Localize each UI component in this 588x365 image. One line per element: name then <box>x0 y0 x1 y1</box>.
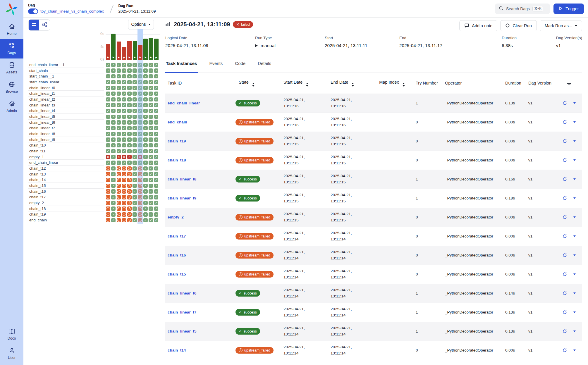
task-instance-cell-success[interactable]: ✓ <box>106 161 110 165</box>
task-instance-cell-success[interactable]: ✓ <box>138 149 142 154</box>
task-instance-cell-success[interactable]: ✓ <box>122 86 126 90</box>
task-instance-cell-success[interactable]: ✓ <box>117 109 121 113</box>
task-instance-cell-success[interactable]: ✓ <box>143 218 148 223</box>
task-instance-cell-success[interactable]: ✓ <box>117 132 121 136</box>
task-instance-cell-upstream[interactable]: ↑ <box>117 206 121 211</box>
mark-run-as-button[interactable]: Mark Run as... <box>540 20 582 31</box>
task-instance-cell-success[interactable]: ✓ <box>127 143 132 148</box>
row-menu-caret-icon[interactable] <box>573 311 576 313</box>
task-instance-cell-success[interactable]: ✓ <box>149 103 153 107</box>
sort-icon[interactable] <box>403 83 405 87</box>
tab-events[interactable]: Events <box>209 59 223 73</box>
task-id-link[interactable]: chain_linear_t8 <box>168 177 196 181</box>
task-instance-cell-success[interactable]: ✓ <box>133 68 137 73</box>
task-instance-cell-success[interactable]: ✓ <box>143 201 148 205</box>
task-instance-cell-success[interactable]: ✓ <box>111 206 116 211</box>
task-instance-cell-upstream[interactable]: ↑ <box>127 172 132 176</box>
dag-pause-toggle[interactable] <box>28 8 38 14</box>
task-instance-cell-upstream[interactable]: ↑ <box>106 195 110 199</box>
task-instance-cell-failed[interactable]: ✕ <box>138 155 142 159</box>
task-name-label[interactable]: chain_t19 <box>28 211 104 217</box>
clear-task-icon[interactable] <box>563 215 567 219</box>
task-instance-cell-upstream[interactable]: ↑ <box>106 206 110 211</box>
task-id-link[interactable]: chain_t16 <box>168 253 186 257</box>
task-name-label[interactable]: chain_linear_t6 <box>28 120 104 125</box>
task-instance-cell-failed[interactable]: ✕ <box>106 155 110 159</box>
task-instance-cell-success[interactable]: ✓ <box>138 80 142 85</box>
task-instance-cell-success[interactable]: ✓ <box>149 218 153 223</box>
row-menu-caret-icon[interactable] <box>573 273 576 275</box>
task-instance-cell-success[interactable]: ✓ <box>149 132 153 136</box>
task-instance-cell-success[interactable]: ✓ <box>127 161 132 165</box>
task-instance-cell-success[interactable]: ✓ <box>133 155 137 159</box>
task-instance-cell-success[interactable]: ✓ <box>106 97 110 102</box>
clear-task-icon[interactable] <box>563 139 567 143</box>
task-instance-cell-success[interactable]: ✓ <box>133 115 137 119</box>
task-instance-cell-success[interactable]: ✓ <box>122 68 126 73</box>
task-instance-cell-success[interactable]: ✓ <box>133 212 137 217</box>
task-instance-cell-success[interactable]: ✓ <box>143 166 148 171</box>
task-instance-cell-success[interactable]: ✓ <box>143 161 148 165</box>
task-instance-cell-success[interactable]: ✓ <box>149 63 153 67</box>
task-instance-cell-success[interactable]: ✓ <box>154 184 159 188</box>
task-instance-cell-success[interactable]: ✓ <box>127 97 132 102</box>
task-instance-cell-upstream[interactable]: ↑ <box>127 206 132 211</box>
task-instance-cell-success[interactable]: ✓ <box>149 212 153 217</box>
task-instance-cell-upstream[interactable]: ↑ <box>127 201 132 205</box>
task-instance-cell-success[interactable]: ✓ <box>154 149 159 154</box>
task-name-label[interactable]: chain_t13 <box>28 171 104 177</box>
task-name-label[interactable]: chain_t10 <box>28 142 104 148</box>
task-instance-cell-success[interactable]: ✓ <box>111 63 116 67</box>
task-instance-cell-success[interactable]: ✓ <box>133 97 137 102</box>
task-name-label[interactable]: chain_linear_t7 <box>28 125 104 131</box>
sidebar-item-docs[interactable]: Docs <box>0 325 23 344</box>
clear-task-icon[interactable] <box>563 253 567 257</box>
task-instance-cell-success[interactable]: ✓ <box>143 86 148 90</box>
clear-task-icon[interactable] <box>563 101 567 105</box>
task-instance-cell-success[interactable]: ✓ <box>149 161 153 165</box>
task-instance-cell-success[interactable]: ✓ <box>143 132 148 136</box>
task-id-link[interactable]: end_chain_linear <box>168 101 200 105</box>
task-instance-cell-success[interactable]: ✓ <box>143 126 148 130</box>
task-instance-cell-success[interactable]: ✓ <box>122 80 126 85</box>
task-instance-cell-success[interactable]: ✓ <box>122 126 126 130</box>
task-instance-cell-success[interactable]: ✓ <box>149 115 153 119</box>
task-instance-cell-success[interactable]: ✓ <box>149 172 153 176</box>
task-instance-cell-success[interactable]: ✓ <box>106 132 110 136</box>
task-instance-cell-success[interactable]: ✓ <box>133 206 137 211</box>
task-name-label[interactable]: empty_1 <box>28 154 104 160</box>
task-instance-cell-success[interactable]: ✓ <box>143 137 148 142</box>
task-instance-cell-success[interactable]: ✓ <box>143 74 148 79</box>
dag-run-bar[interactable]: ▶ <box>106 44 110 60</box>
task-instance-cell-success[interactable]: ✓ <box>149 166 153 171</box>
sidebar-item-browse[interactable]: Browse <box>0 78 23 97</box>
task-instance-cell-success[interactable]: ✓ <box>133 195 137 199</box>
task-instance-cell-success[interactable]: ✓ <box>122 103 126 107</box>
task-instance-cell-success[interactable]: ✓ <box>127 115 132 119</box>
task-instance-cell-upstream[interactable]: ↑ <box>138 212 142 217</box>
task-instance-cell-success[interactable]: ✓ <box>122 115 126 119</box>
task-instance-cell-upstream[interactable]: ↑ <box>122 178 126 182</box>
task-instance-cell-success[interactable]: ✓ <box>117 103 121 107</box>
task-instance-cell-upstream[interactable]: ↑ <box>127 195 132 199</box>
task-instance-cell-success[interactable]: ✓ <box>143 80 148 85</box>
task-instance-cell-success[interactable]: ✓ <box>143 155 148 159</box>
task-instance-cell-upstream[interactable]: ↑ <box>122 184 126 188</box>
task-instance-cell-success[interactable]: ✓ <box>127 68 132 73</box>
task-instance-cell-success[interactable]: ✓ <box>111 184 116 188</box>
task-name-label[interactable]: chain_t15 <box>28 183 104 189</box>
task-instance-cell-success[interactable]: ✓ <box>117 92 121 96</box>
task-instance-cell-success[interactable]: ✓ <box>133 92 137 96</box>
task-instance-cell-success[interactable]: ✓ <box>138 92 142 96</box>
task-instance-cell-success[interactable]: ✓ <box>127 92 132 96</box>
task-instance-cell-success[interactable]: ✓ <box>133 218 137 223</box>
task-instance-cell-success[interactable]: ✓ <box>127 149 132 154</box>
task-instance-cell-success[interactable]: ✓ <box>138 161 142 165</box>
task-instance-cell-success[interactable]: ✓ <box>111 201 116 205</box>
tab-code[interactable]: Code <box>234 59 246 73</box>
task-instance-cell-success[interactable]: ✓ <box>127 126 132 130</box>
task-instance-cell-success[interactable]: ✓ <box>154 63 159 67</box>
task-name-label[interactable]: empty_2 <box>28 200 104 206</box>
task-instance-cell-upstream[interactable]: ↑ <box>117 184 121 188</box>
task-instance-cell-failed[interactable]: ✕ <box>117 155 121 159</box>
